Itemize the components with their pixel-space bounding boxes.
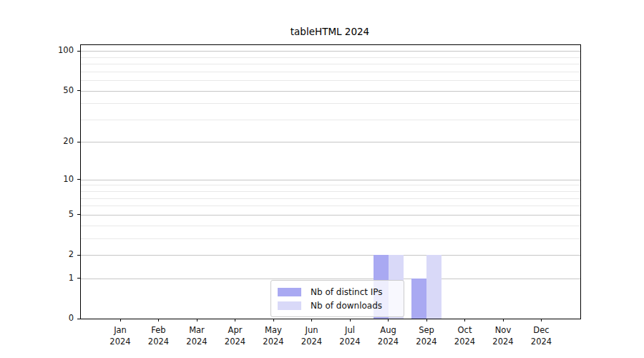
bar-downloads: [426, 255, 441, 319]
gridline-minor: [81, 57, 580, 58]
x-tick-mark: [350, 319, 351, 321]
gridline-major: [81, 215, 580, 216]
legend-label-downloads: Nb of downloads: [311, 301, 382, 311]
y-tick-mark: [77, 51, 80, 52]
y-tick-label: 1: [42, 273, 74, 283]
gridline-minor: [81, 64, 580, 64]
x-tick-mark: [120, 319, 121, 321]
gridline-minor: [81, 72, 580, 72]
x-tick-mark: [311, 319, 312, 321]
y-tick-label: 2: [42, 249, 74, 259]
plot-area: 0125102050100Jan 2024Feb 2024Mar 2024Apr…: [80, 44, 581, 319]
gridline-minor: [81, 120, 580, 120]
y-tick-label: 5: [42, 209, 74, 219]
gridline-minor: [81, 80, 580, 81]
y-tick-mark: [77, 142, 80, 142]
y-tick-label: 10: [42, 174, 74, 184]
x-tick-mark: [388, 319, 389, 321]
gridline-major: [81, 142, 580, 142]
chart-title: tableHTML 2024: [80, 26, 580, 37]
legend: Nb of distinct IPs Nb of downloads: [270, 280, 404, 317]
gridline-minor: [81, 205, 580, 206]
y-tick-label: 0: [42, 313, 74, 323]
gridline-major: [81, 180, 580, 180]
x-tick-label: Dec 2024: [519, 324, 565, 347]
legend-swatch-downloads-icon: [278, 301, 301, 310]
legend-label-distinct-ips: Nb of distinct IPs: [311, 287, 383, 297]
y-tick-label: 50: [42, 85, 74, 95]
gridline-minor: [81, 103, 580, 104]
gridline-minor: [81, 191, 580, 192]
gridline-minor: [81, 226, 580, 226]
gridline-major: [81, 279, 580, 279]
x-tick-mark: [158, 319, 159, 321]
gridline-minor: [81, 185, 580, 185]
gridline-major: [81, 255, 580, 256]
y-tick-mark: [77, 278, 80, 279]
bar-distinct-ips: [411, 279, 426, 319]
x-tick-mark: [426, 319, 427, 321]
y-tick-mark: [77, 319, 80, 319]
y-tick-mark: [77, 179, 80, 180]
gridline-minor: [81, 198, 580, 199]
gridline-minor: [81, 238, 580, 239]
x-tick-mark: [541, 319, 542, 321]
legend-item-downloads: Nb of downloads: [278, 299, 398, 312]
legend-item-distinct-ips: Nb of distinct IPs: [278, 285, 398, 299]
y-tick-mark: [77, 255, 80, 256]
x-tick-mark: [273, 319, 274, 321]
chart-canvas: tableHTML 2024 0125102050100Jan 2024Feb …: [0, 0, 644, 358]
gridline-major: [81, 51, 580, 52]
x-tick-mark: [464, 319, 465, 321]
x-tick-mark: [197, 319, 197, 321]
x-tick-mark: [503, 319, 504, 321]
legend-swatch-distinct-ips-icon: [278, 288, 301, 296]
gridline-major: [81, 91, 580, 92]
y-tick-label: 100: [42, 45, 74, 55]
y-tick-label: 20: [42, 136, 74, 146]
x-tick-mark: [235, 319, 235, 321]
y-tick-mark: [77, 90, 80, 91]
y-tick-mark: [77, 214, 80, 215]
